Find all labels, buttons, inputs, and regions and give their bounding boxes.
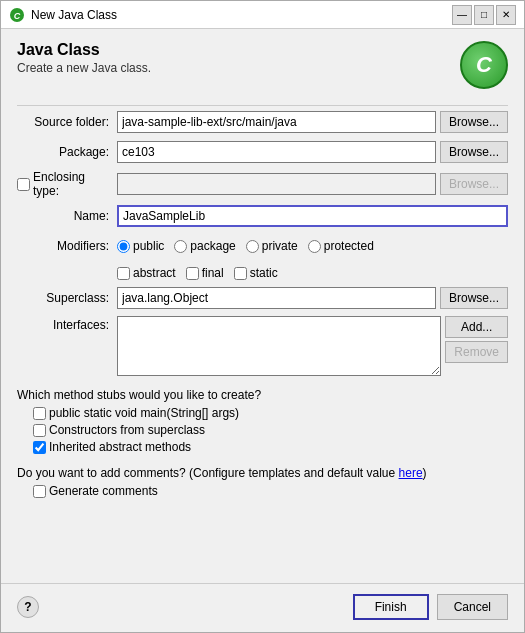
name-input[interactable] [117,205,508,227]
comments-options: Generate comments [17,484,508,498]
source-folder-input[interactable] [117,111,436,133]
source-folder-label: Source folder: [17,115,117,129]
interfaces-add-button[interactable]: Add... [445,316,508,338]
source-folder-browse-button[interactable]: Browse... [440,111,508,133]
modifier-public-radio[interactable] [117,240,130,253]
modifier-static-checkbox[interactable] [234,267,247,280]
dialog-content: Java Class Create a new Java class. C So… [1,29,524,583]
comments-title: Do you want to add comments? (Configure … [17,466,508,480]
modifier-package-label[interactable]: package [174,239,235,253]
modifiers-label: Modifiers: [17,239,117,253]
enclosing-type-checkbox[interactable] [17,178,30,191]
enclosing-type-label: Enclosing type: [33,170,109,198]
interfaces-row: Interfaces: Add... Remove [17,316,508,376]
stub-main-checkbox[interactable] [33,407,46,420]
window-title: New Java Class [31,8,452,22]
title-bar: C New Java Class — □ ✕ [1,1,524,29]
svg-text:C: C [14,11,21,21]
form-area: Source folder: Browse... Package: Browse… [17,110,508,571]
name-label: Name: [17,209,117,223]
help-button[interactable]: ? [17,596,39,618]
modifier-protected-label[interactable]: protected [308,239,374,253]
modifier-final-label[interactable]: final [186,266,224,280]
close-button[interactable]: ✕ [496,5,516,25]
stubs-section: Which method stubs would you like to cre… [17,388,508,454]
package-browse-button[interactable]: Browse... [440,141,508,163]
comments-configure-link[interactable]: here [399,466,423,480]
interfaces-label: Interfaces: [17,316,117,332]
java-logo: C [460,41,508,89]
modifier-package-radio[interactable] [174,240,187,253]
generate-comments-checkbox[interactable] [33,485,46,498]
finish-button[interactable]: Finish [353,594,429,620]
stub-constructors-label[interactable]: Constructors from superclass [33,423,508,437]
source-folder-row: Source folder: Browse... [17,110,508,134]
package-input[interactable] [117,141,436,163]
window-controls: — □ ✕ [452,5,516,25]
stub-constructors-text: Constructors from superclass [49,423,205,437]
header-text-area: Java Class Create a new Java class. [17,41,151,75]
stub-inherited-text: Inherited abstract methods [49,440,191,454]
modifier-protected-radio[interactable] [308,240,321,253]
superclass-browse-button[interactable]: Browse... [440,287,508,309]
modifiers-row: Modifiers: public package private [17,234,508,258]
dialog-footer: ? Finish Cancel [1,583,524,632]
name-row: Name: [17,204,508,228]
superclass-row: Superclass: Browse... [17,286,508,310]
modifier-abstract-checkbox[interactable] [117,267,130,280]
enclosing-type-row: Enclosing type: Browse... [17,170,508,198]
dialog-header: Java Class Create a new Java class. C [17,41,508,89]
interfaces-textarea[interactable] [117,316,441,376]
modifier-public-label[interactable]: public [117,239,164,253]
generate-comments-label[interactable]: Generate comments [33,484,508,498]
comments-section: Do you want to add comments? (Configure … [17,466,508,498]
stub-inherited-checkbox[interactable] [33,441,46,454]
superclass-input[interactable] [117,287,436,309]
modifiers-radio-group: public package private protected [117,239,374,253]
package-row: Package: Browse... [17,140,508,164]
modifier-private-label[interactable]: private [246,239,298,253]
modifier-final-checkbox[interactable] [186,267,199,280]
header-divider [17,105,508,106]
comments-title-suffix: ) [423,466,427,480]
window-icon: C [9,7,25,23]
stub-main-label[interactable]: public static void main(String[] args) [33,406,508,420]
modifiers-checkboxes-row: abstract final static [117,266,508,280]
stubs-title: Which method stubs would you like to cre… [17,388,508,402]
generate-comments-text: Generate comments [49,484,158,498]
stub-inherited-label[interactable]: Inherited abstract methods [33,440,508,454]
modifier-private-radio[interactable] [246,240,259,253]
package-label: Package: [17,145,117,159]
modifier-abstract-label[interactable]: abstract [117,266,176,280]
stub-constructors-checkbox[interactable] [33,424,46,437]
enclosing-browse-button[interactable]: Browse... [440,173,508,195]
maximize-button[interactable]: □ [474,5,494,25]
minimize-button[interactable]: — [452,5,472,25]
superclass-label: Superclass: [17,291,117,305]
new-java-class-dialog: C New Java Class — □ ✕ Java Class Create… [0,0,525,633]
comments-title-prefix: Do you want to add comments? (Configure … [17,466,399,480]
stub-main-text: public static void main(String[] args) [49,406,239,420]
footer-action-buttons: Finish Cancel [353,594,508,620]
cancel-button[interactable]: Cancel [437,594,508,620]
interfaces-remove-button[interactable]: Remove [445,341,508,363]
stubs-options: public static void main(String[] args) C… [17,406,508,454]
enclosing-type-input[interactable] [117,173,436,195]
dialog-title: Java Class [17,41,151,59]
modifier-static-label[interactable]: static [234,266,278,280]
dialog-subtitle: Create a new Java class. [17,61,151,75]
interfaces-buttons: Add... Remove [445,316,508,363]
